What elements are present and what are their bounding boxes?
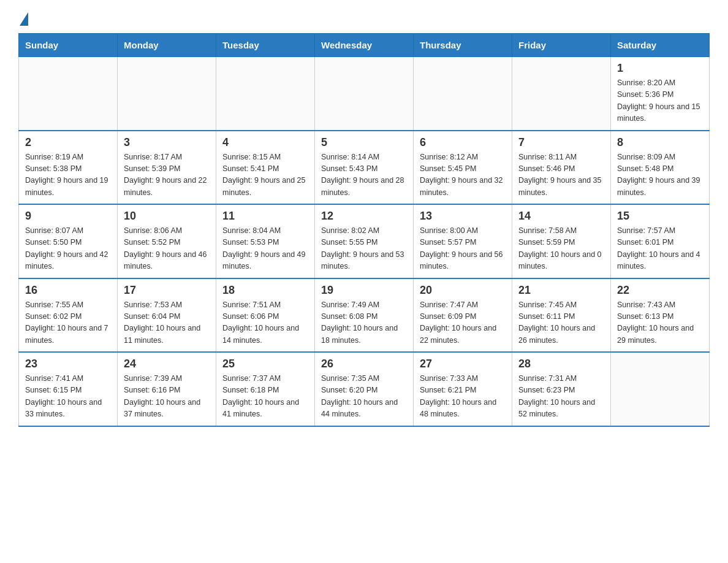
day-number: 25 [222, 358, 308, 370]
day-info: Sunrise: 7:57 AM Sunset: 6:01 PM Dayligh… [617, 225, 703, 273]
calendar-cell [512, 57, 611, 131]
day-info: Sunrise: 7:47 AM Sunset: 6:09 PM Dayligh… [420, 299, 506, 347]
logo [18, 12, 28, 21]
day-info: Sunrise: 7:41 AM Sunset: 6:15 PM Dayligh… [25, 373, 111, 421]
calendar-cell: 27Sunrise: 7:33 AM Sunset: 6:21 PM Dayli… [414, 352, 512, 426]
calendar-cell: 11Sunrise: 8:04 AM Sunset: 5:53 PM Dayli… [216, 204, 315, 278]
calendar-cell: 10Sunrise: 8:06 AM Sunset: 5:52 PM Dayli… [118, 204, 216, 278]
weekday-header-thursday: Thursday [414, 34, 512, 57]
calendar-cell: 4Sunrise: 8:15 AM Sunset: 5:41 PM Daylig… [216, 131, 315, 205]
calendar-cell: 8Sunrise: 8:09 AM Sunset: 5:48 PM Daylig… [611, 131, 710, 205]
day-info: Sunrise: 7:43 AM Sunset: 6:13 PM Dayligh… [617, 299, 703, 347]
day-number: 28 [518, 358, 604, 370]
day-number: 3 [124, 136, 210, 149]
day-number: 9 [25, 210, 111, 223]
calendar-cell: 1Sunrise: 8:20 AM Sunset: 5:36 PM Daylig… [611, 57, 710, 131]
day-number: 22 [617, 284, 703, 297]
day-info: Sunrise: 8:02 AM Sunset: 5:55 PM Dayligh… [321, 225, 407, 273]
day-number: 16 [25, 284, 111, 297]
day-info: Sunrise: 8:20 AM Sunset: 5:36 PM Dayligh… [617, 77, 703, 125]
calendar-cell: 14Sunrise: 7:58 AM Sunset: 5:59 PM Dayli… [512, 204, 611, 278]
calendar-header: SundayMondayTuesdayWednesdayThursdayFrid… [19, 34, 710, 57]
calendar-cell: 2Sunrise: 8:19 AM Sunset: 5:38 PM Daylig… [19, 131, 118, 205]
calendar-cell: 22Sunrise: 7:43 AM Sunset: 6:13 PM Dayli… [611, 278, 710, 353]
day-number: 2 [25, 136, 111, 149]
day-info: Sunrise: 8:04 AM Sunset: 5:53 PM Dayligh… [222, 225, 308, 273]
day-number: 15 [617, 210, 703, 223]
calendar-week-2: 2Sunrise: 8:19 AM Sunset: 5:38 PM Daylig… [19, 131, 710, 205]
day-info: Sunrise: 8:11 AM Sunset: 5:46 PM Dayligh… [518, 151, 604, 199]
day-number: 27 [420, 358, 506, 370]
day-number: 20 [420, 284, 506, 297]
calendar-week-4: 16Sunrise: 7:55 AM Sunset: 6:02 PM Dayli… [19, 278, 710, 353]
calendar-cell: 13Sunrise: 8:00 AM Sunset: 5:57 PM Dayli… [414, 204, 512, 278]
day-info: Sunrise: 7:55 AM Sunset: 6:02 PM Dayligh… [25, 299, 111, 347]
calendar-cell: 28Sunrise: 7:31 AM Sunset: 6:23 PM Dayli… [512, 352, 611, 426]
calendar-cell [118, 57, 216, 131]
calendar-cell [216, 57, 315, 131]
weekday-header-wednesday: Wednesday [315, 34, 414, 57]
calendar-body: 1Sunrise: 8:20 AM Sunset: 5:36 PM Daylig… [19, 57, 710, 426]
day-number: 18 [222, 284, 308, 297]
day-info: Sunrise: 8:06 AM Sunset: 5:52 PM Dayligh… [124, 225, 210, 273]
calendar-cell: 20Sunrise: 7:47 AM Sunset: 6:09 PM Dayli… [414, 278, 512, 353]
day-info: Sunrise: 7:31 AM Sunset: 6:23 PM Dayligh… [518, 373, 604, 421]
day-number: 6 [420, 136, 506, 149]
calendar-cell: 24Sunrise: 7:39 AM Sunset: 6:16 PM Dayli… [118, 352, 216, 426]
day-number: 7 [518, 136, 604, 149]
calendar-cell: 3Sunrise: 8:17 AM Sunset: 5:39 PM Daylig… [118, 131, 216, 205]
calendar-cell: 26Sunrise: 7:35 AM Sunset: 6:20 PM Dayli… [315, 352, 414, 426]
day-info: Sunrise: 7:49 AM Sunset: 6:08 PM Dayligh… [321, 299, 407, 347]
day-number: 23 [25, 358, 111, 370]
calendar-cell: 23Sunrise: 7:41 AM Sunset: 6:15 PM Dayli… [19, 352, 118, 426]
calendar-cell: 6Sunrise: 8:12 AM Sunset: 5:45 PM Daylig… [414, 131, 512, 205]
day-number: 8 [617, 136, 703, 149]
day-number: 5 [321, 136, 407, 149]
day-number: 11 [222, 210, 308, 223]
calendar-cell [611, 352, 710, 426]
calendar-cell [19, 57, 118, 131]
day-info: Sunrise: 8:14 AM Sunset: 5:43 PM Dayligh… [321, 151, 407, 199]
day-info: Sunrise: 8:17 AM Sunset: 5:39 PM Dayligh… [124, 151, 210, 199]
day-number: 10 [124, 210, 210, 223]
calendar-cell: 12Sunrise: 8:02 AM Sunset: 5:55 PM Dayli… [315, 204, 414, 278]
calendar-cell: 15Sunrise: 7:57 AM Sunset: 6:01 PM Dayli… [611, 204, 710, 278]
calendar-cell: 21Sunrise: 7:45 AM Sunset: 6:11 PM Dayli… [512, 278, 611, 353]
day-info: Sunrise: 7:39 AM Sunset: 6:16 PM Dayligh… [124, 373, 210, 421]
calendar-cell: 7Sunrise: 8:11 AM Sunset: 5:46 PM Daylig… [512, 131, 611, 205]
day-number: 12 [321, 210, 407, 223]
logo-lockup [18, 12, 28, 21]
weekday-header-tuesday: Tuesday [216, 34, 315, 57]
logo-triangle-icon [20, 12, 28, 26]
calendar-cell [414, 57, 512, 131]
day-info: Sunrise: 7:51 AM Sunset: 6:06 PM Dayligh… [222, 299, 308, 347]
day-number: 17 [124, 284, 210, 297]
day-info: Sunrise: 8:19 AM Sunset: 5:38 PM Dayligh… [25, 151, 111, 199]
calendar-cell: 18Sunrise: 7:51 AM Sunset: 6:06 PM Dayli… [216, 278, 315, 353]
weekday-header-sunday: Sunday [19, 34, 118, 57]
day-info: Sunrise: 8:12 AM Sunset: 5:45 PM Dayligh… [420, 151, 506, 199]
day-info: Sunrise: 7:58 AM Sunset: 5:59 PM Dayligh… [518, 225, 604, 273]
calendar-week-5: 23Sunrise: 7:41 AM Sunset: 6:15 PM Dayli… [19, 352, 710, 426]
calendar-cell: 5Sunrise: 8:14 AM Sunset: 5:43 PM Daylig… [315, 131, 414, 205]
calendar-table: SundayMondayTuesdayWednesdayThursdayFrid… [18, 33, 710, 427]
day-info: Sunrise: 8:00 AM Sunset: 5:57 PM Dayligh… [420, 225, 506, 273]
weekday-header-saturday: Saturday [611, 34, 710, 57]
calendar-week-3: 9Sunrise: 8:07 AM Sunset: 5:50 PM Daylig… [19, 204, 710, 278]
day-number: 19 [321, 284, 407, 297]
calendar-cell: 25Sunrise: 7:37 AM Sunset: 6:18 PM Dayli… [216, 352, 315, 426]
weekday-header-monday: Monday [118, 34, 216, 57]
calendar-cell: 9Sunrise: 8:07 AM Sunset: 5:50 PM Daylig… [19, 204, 118, 278]
calendar-cell: 19Sunrise: 7:49 AM Sunset: 6:08 PM Dayli… [315, 278, 414, 353]
weekday-header-row: SundayMondayTuesdayWednesdayThursdayFrid… [19, 34, 710, 57]
calendar-cell: 16Sunrise: 7:55 AM Sunset: 6:02 PM Dayli… [19, 278, 118, 353]
day-number: 24 [124, 358, 210, 370]
day-info: Sunrise: 7:37 AM Sunset: 6:18 PM Dayligh… [222, 373, 308, 421]
day-number: 21 [518, 284, 604, 297]
calendar-cell [315, 57, 414, 131]
day-number: 14 [518, 210, 604, 223]
day-info: Sunrise: 8:15 AM Sunset: 5:41 PM Dayligh… [222, 151, 308, 199]
day-info: Sunrise: 7:35 AM Sunset: 6:20 PM Dayligh… [321, 373, 407, 421]
page-header [18, 12, 710, 21]
day-number: 13 [420, 210, 506, 223]
